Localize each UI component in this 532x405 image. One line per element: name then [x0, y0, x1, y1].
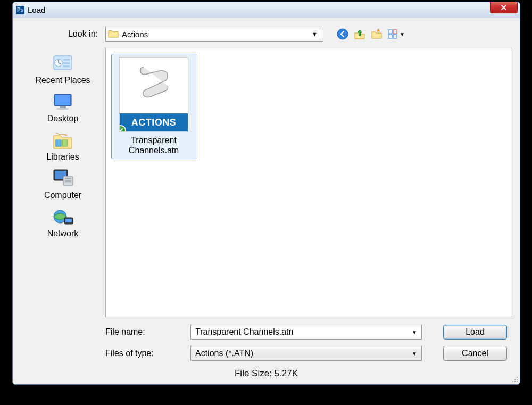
desktop-icon: [50, 90, 76, 114]
up-one-level-icon: [354, 28, 365, 40]
filetype-combo[interactable]: Actions (*.ATN) ▼: [190, 346, 422, 361]
svg-point-0: [337, 29, 348, 39]
svg-rect-14: [56, 140, 61, 146]
cancel-button[interactable]: Cancel: [443, 346, 507, 361]
load-dialog: Ps Load Look in: Actions ▼: [12, 2, 520, 385]
network-icon: [50, 205, 76, 229]
place-desktop[interactable]: Desktop: [31, 88, 95, 125]
titlebar: Ps Load: [13, 2, 520, 18]
place-label: Desktop: [47, 114, 79, 123]
up-one-level-button[interactable]: [353, 28, 366, 40]
photoshop-icon: Ps: [16, 6, 24, 14]
view-menu-button[interactable]: ▼: [387, 28, 405, 40]
svg-point-27: [512, 381, 513, 382]
bottom-form: File name: Transparent Channels.atn ▼ Lo…: [20, 317, 512, 367]
file-thumbnail: ACTIONS: [119, 57, 188, 132]
filetype-label: Files of type:: [105, 349, 190, 358]
folder-icon: [108, 29, 119, 40]
svg-rect-1: [388, 30, 392, 34]
actions-badge: ACTIONS: [120, 113, 188, 131]
svg-point-26: [517, 379, 518, 380]
svg-rect-8: [63, 62, 70, 64]
places-bar: Recent Places Desktop: [20, 48, 105, 317]
place-label: Libraries: [46, 152, 79, 162]
place-label: Computer: [44, 191, 81, 200]
view-menu-icon: [388, 29, 398, 39]
file-list-pane[interactable]: ACTIONS Transparent Channels.atn: [105, 48, 512, 317]
file-caption: Transparent Channels.atn: [129, 135, 179, 155]
close-icon: [500, 4, 508, 11]
svg-rect-4: [393, 35, 397, 38]
chevron-down-icon: ▼: [412, 351, 417, 357]
svg-rect-23: [65, 219, 72, 222]
place-recent[interactable]: Recent Places: [31, 50, 95, 86]
filename-value: Transparent Channels.atn: [195, 327, 293, 337]
window-title: Load: [28, 5, 45, 14]
check-icon: [119, 125, 126, 132]
place-libraries[interactable]: Libraries: [31, 127, 95, 163]
filename-combo[interactable]: Transparent Channels.atn ▼: [190, 325, 422, 340]
svg-point-29: [517, 381, 518, 382]
new-folder-button[interactable]: [370, 28, 383, 40]
svg-rect-9: [63, 65, 70, 67]
lookin-label: Look in:: [20, 29, 105, 39]
close-button[interactable]: [490, 2, 518, 13]
svg-rect-13: [57, 108, 69, 110]
svg-point-28: [514, 381, 516, 382]
filename-label: File name:: [105, 327, 190, 337]
svg-rect-11: [55, 95, 70, 105]
chevron-down-icon: ▼: [412, 329, 417, 335]
new-folder-icon: [371, 28, 383, 40]
libraries-icon: [50, 129, 76, 152]
svg-point-25: [514, 379, 516, 380]
back-button[interactable]: [336, 28, 349, 40]
load-button[interactable]: Load: [443, 325, 507, 340]
file-item[interactable]: ACTIONS Transparent Channels.atn: [111, 54, 196, 159]
svg-rect-15: [62, 140, 68, 146]
svg-rect-2: [393, 30, 397, 34]
nav-toolbar: ▼: [336, 28, 405, 40]
place-computer[interactable]: Computer: [31, 165, 95, 201]
chevron-down-icon: ▼: [400, 31, 405, 37]
lookin-row: Look in: Actions ▼: [20, 26, 512, 43]
place-label: Recent Places: [35, 76, 90, 85]
file-size-footer: File Size: 5.27K: [20, 367, 512, 381]
recent-places-icon: [50, 52, 76, 76]
place-network[interactable]: Network: [31, 203, 95, 239]
action-script-icon: [138, 64, 170, 99]
svg-rect-7: [63, 59, 70, 61]
svg-rect-12: [60, 106, 66, 108]
lookin-value: Actions: [122, 30, 148, 39]
place-label: Network: [47, 229, 79, 238]
mid-row: Recent Places Desktop: [20, 48, 512, 317]
resize-grip[interactable]: [511, 375, 518, 383]
lookin-combo[interactable]: Actions ▼: [105, 27, 323, 42]
svg-point-24: [517, 377, 518, 378]
svg-rect-19: [65, 178, 71, 179]
filetype-value: Actions (*.ATN): [195, 349, 253, 358]
svg-rect-20: [65, 180, 71, 182]
svg-rect-3: [388, 35, 392, 38]
dialog-body: Look in: Actions ▼: [13, 18, 520, 384]
chevron-down-icon: ▼: [312, 31, 321, 37]
back-icon: [337, 28, 348, 40]
computer-icon: [50, 167, 76, 191]
